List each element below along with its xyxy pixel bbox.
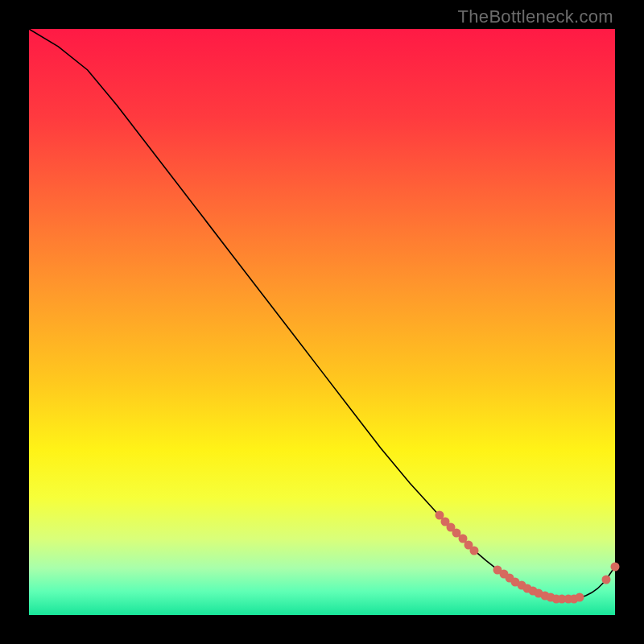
data-point-marker [611,562,620,571]
plot-area [29,29,615,615]
chart-stage: TheBottleneck.com [0,0,644,644]
gradient-background [29,29,615,615]
plot-svg [29,29,615,615]
data-point-marker [576,593,584,602]
data-point-marker [470,546,479,555]
data-point-marker [602,575,611,584]
watermark-text: TheBottleneck.com [458,6,613,27]
